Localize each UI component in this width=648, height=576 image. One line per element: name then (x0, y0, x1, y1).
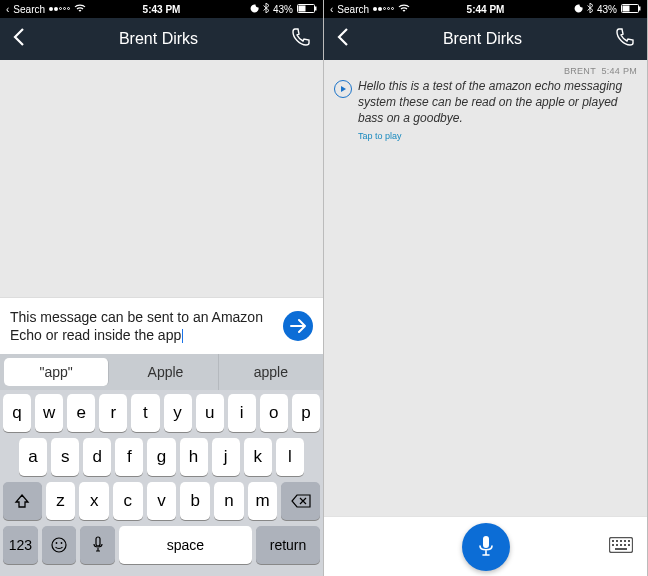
svg-rect-21 (628, 544, 630, 546)
chat-title: Brent Dirks (443, 30, 522, 48)
signal-dots-icon (373, 7, 394, 11)
call-icon[interactable] (291, 27, 311, 51)
suggestion-3[interactable]: apple (219, 354, 323, 390)
tap-to-play-label[interactable]: Tap to play (324, 131, 647, 141)
key-delete[interactable] (281, 482, 320, 520)
message-text: Hello this is a test of the amazon echo … (358, 78, 637, 127)
message-meta: BRENT 5:44 PM (324, 60, 647, 78)
mic-button[interactable] (462, 523, 510, 571)
wifi-icon (74, 4, 86, 15)
bluetooth-icon (587, 3, 593, 15)
back-to-app-label[interactable]: Search (13, 4, 45, 15)
send-button[interactable] (283, 311, 313, 341)
back-icon[interactable] (336, 27, 350, 51)
key-shift[interactable] (3, 482, 42, 520)
svg-rect-9 (639, 6, 641, 10)
wifi-icon (398, 4, 410, 15)
key-c[interactable]: c (113, 482, 143, 520)
key-l[interactable]: l (276, 438, 304, 476)
back-icon[interactable] (12, 27, 26, 51)
mic-icon (476, 534, 496, 560)
battery-percent: 43% (597, 4, 617, 15)
status-time: 5:43 PM (143, 4, 181, 15)
bottom-bar (324, 516, 647, 576)
key-d[interactable]: d (83, 438, 111, 476)
key-j[interactable]: j (212, 438, 240, 476)
svg-point-3 (52, 538, 66, 552)
ios-keyboard: q w e r t y u i o p a s d f g h j k l z (0, 390, 323, 576)
key-t[interactable]: t (131, 394, 159, 432)
key-u[interactable]: u (196, 394, 224, 432)
key-p[interactable]: p (292, 394, 320, 432)
shift-icon (14, 493, 30, 509)
key-f[interactable]: f (115, 438, 143, 476)
key-a[interactable]: a (19, 438, 47, 476)
message-sender: BRENT (564, 66, 596, 76)
status-bar: ‹ Search 5:44 PM 43% (324, 0, 647, 18)
key-s[interactable]: s (51, 438, 79, 476)
key-z[interactable]: z (46, 482, 76, 520)
key-w[interactable]: w (35, 394, 63, 432)
message-time: 5:44 PM (601, 66, 637, 76)
back-to-app-chevron[interactable]: ‹ (6, 4, 9, 15)
suggestion-2[interactable]: Apple (113, 354, 218, 390)
key-i[interactable]: i (228, 394, 256, 432)
signal-dots-icon (49, 7, 70, 11)
svg-rect-22 (615, 548, 627, 550)
key-dictate[interactable] (80, 526, 115, 564)
mic-small-icon (92, 536, 104, 554)
key-k[interactable]: k (244, 438, 272, 476)
svg-rect-18 (616, 544, 618, 546)
keyboard-suggestions: "app" Apple apple (0, 354, 323, 390)
key-emoji[interactable] (42, 526, 77, 564)
key-h[interactable]: h (180, 438, 208, 476)
emoji-icon (50, 536, 68, 554)
key-v[interactable]: v (147, 482, 177, 520)
key-n[interactable]: n (214, 482, 244, 520)
svg-rect-19 (620, 544, 622, 546)
keyboard-icon[interactable] (609, 537, 633, 557)
key-y[interactable]: y (164, 394, 192, 432)
svg-rect-17 (612, 544, 614, 546)
key-q[interactable]: q (3, 394, 31, 432)
left-screenshot: ‹ Search 5:43 PM 43% Brent (0, 0, 324, 576)
key-return[interactable]: return (256, 526, 320, 564)
svg-rect-12 (612, 540, 614, 542)
svg-point-4 (56, 542, 58, 544)
suggestion-1[interactable]: "app" (4, 358, 109, 386)
key-row-1: q w e r t y u i o p (3, 394, 320, 432)
call-icon[interactable] (615, 27, 635, 51)
key-b[interactable]: b (180, 482, 210, 520)
key-space[interactable]: space (119, 526, 252, 564)
key-r[interactable]: r (99, 394, 127, 432)
conversation-area (0, 60, 323, 297)
svg-rect-8 (623, 5, 630, 11)
svg-rect-15 (624, 540, 626, 542)
svg-rect-13 (616, 540, 618, 542)
svg-rect-10 (483, 536, 489, 548)
chat-header: Brent Dirks (324, 18, 647, 60)
key-row-4: 123 space return (3, 526, 320, 564)
play-icon[interactable] (334, 80, 352, 98)
key-x[interactable]: x (79, 482, 109, 520)
message-input[interactable]: This message can be sent to an Amazon Ec… (10, 308, 275, 344)
key-row-2: a s d f g h j k l (3, 438, 320, 476)
compose-bar: This message can be sent to an Amazon Ec… (0, 297, 323, 354)
svg-rect-2 (315, 6, 317, 10)
key-m[interactable]: m (248, 482, 278, 520)
battery-percent: 43% (273, 4, 293, 15)
key-o[interactable]: o (260, 394, 288, 432)
right-screenshot: ‹ Search 5:44 PM 43% Brent (324, 0, 648, 576)
send-icon (290, 318, 306, 334)
back-to-app-chevron[interactable]: ‹ (330, 4, 333, 15)
key-e[interactable]: e (67, 394, 95, 432)
voice-message-row[interactable]: Hello this is a test of the amazon echo … (324, 78, 647, 131)
key-123[interactable]: 123 (3, 526, 38, 564)
battery-icon (297, 4, 317, 15)
back-to-app-label[interactable]: Search (337, 4, 369, 15)
svg-rect-20 (624, 544, 626, 546)
svg-point-5 (61, 542, 63, 544)
key-row-3: z x c v b n m (3, 482, 320, 520)
key-g[interactable]: g (147, 438, 175, 476)
message-input-text: This message can be sent to an Amazon Ec… (10, 309, 263, 343)
